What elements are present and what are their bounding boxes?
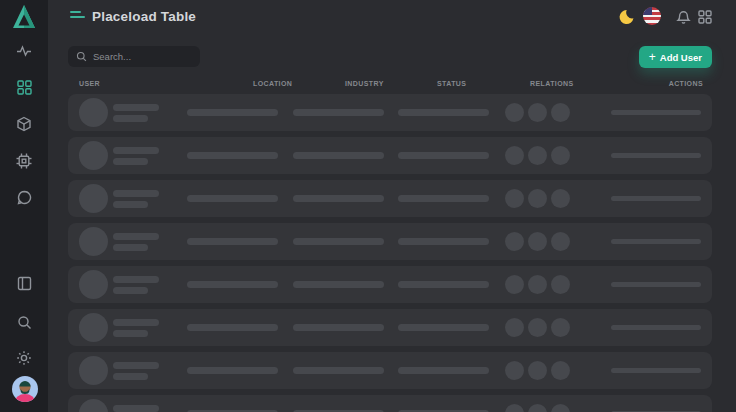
- table-row-skeleton: [68, 137, 712, 174]
- search-input[interactable]: [93, 51, 192, 62]
- cpu-chip-icon: [16, 153, 32, 169]
- sidebar-item-activity[interactable]: [0, 35, 48, 67]
- chat-bubble-icon: [17, 190, 32, 205]
- skeleton-location-bar: [187, 195, 278, 202]
- package-box-icon: [16, 116, 32, 132]
- sidebar-item-settings[interactable]: [0, 342, 48, 374]
- skeleton-actions-bar: [611, 368, 701, 373]
- skeleton-avatar: [79, 399, 108, 412]
- skeleton-status-bar: [398, 238, 489, 245]
- skeleton-relation-circle: [528, 275, 547, 294]
- skeleton-avatar: [79, 184, 108, 213]
- sidebar-item-messages[interactable]: [0, 181, 48, 213]
- skeleton-relation-circle: [528, 189, 547, 208]
- skeleton-status-bar: [398, 367, 489, 374]
- search-box[interactable]: [68, 46, 200, 67]
- column-header-actions: ACTIONS: [669, 80, 703, 87]
- gear-icon: [16, 350, 32, 366]
- app-logo[interactable]: [12, 4, 36, 30]
- skeleton-relation-circle: [505, 404, 524, 412]
- moon-icon: [618, 9, 634, 25]
- table-row-skeleton: [68, 94, 712, 131]
- add-user-button[interactable]: + Add User: [639, 46, 712, 68]
- sidebar-item-panels[interactable]: [0, 267, 48, 299]
- skeleton-industry-bar: [293, 324, 384, 331]
- skeleton-relation-circle: [551, 146, 570, 165]
- skeleton-name-line: [113, 276, 159, 283]
- skeleton-relation-circle: [551, 189, 570, 208]
- skeleton-industry-bar: [293, 152, 384, 159]
- skeleton-actions-bar: [611, 110, 701, 115]
- apps-launcher-button[interactable]: [696, 8, 714, 26]
- language-flag-button[interactable]: [643, 7, 661, 25]
- table-row-skeleton: [68, 180, 712, 217]
- column-header-relations: RELATIONS: [530, 80, 574, 87]
- skeleton-relation-circle: [505, 318, 524, 337]
- notifications-button[interactable]: [674, 8, 692, 26]
- profile-avatar[interactable]: [12, 376, 38, 402]
- table-row-skeleton: [68, 395, 712, 412]
- menu-toggle-button[interactable]: [70, 11, 85, 18]
- skeleton-subtitle-line: [113, 244, 148, 251]
- skeleton-actions-bar: [611, 153, 701, 158]
- skeleton-relation-circle: [551, 404, 570, 412]
- skeleton-subtitle-line: [113, 373, 148, 380]
- skeleton-avatar: [79, 356, 108, 385]
- main-area: Placeload Table + Add User: [48, 0, 736, 412]
- page-title: Placeload Table: [92, 9, 196, 24]
- skeleton-avatar: [79, 227, 108, 256]
- bell-icon: [676, 10, 691, 25]
- skeleton-relation-circle: [528, 146, 547, 165]
- skeleton-relation-circle: [505, 189, 524, 208]
- dashboard-grid-icon: [17, 80, 32, 95]
- column-header-industry: INDUSTRY: [345, 80, 384, 87]
- table-header: USER LOCATION INDUSTRY STATUS RELATIONS …: [68, 78, 712, 94]
- skeleton-subtitle-line: [113, 330, 148, 337]
- skeleton-actions-bar: [611, 196, 701, 201]
- skeleton-relation-circle: [505, 103, 524, 122]
- skeleton-status-bar: [398, 152, 489, 159]
- sidebar-item-dashboard[interactable]: [0, 71, 48, 103]
- sidebar-item-components[interactable]: [0, 145, 48, 177]
- skeleton-status-bar: [398, 195, 489, 202]
- skeleton-relation-circle: [551, 275, 570, 294]
- plus-icon: +: [649, 51, 656, 63]
- skeleton-status-bar: [398, 109, 489, 116]
- column-header-user: USER: [79, 80, 100, 87]
- skeleton-location-bar: [187, 109, 278, 116]
- skeleton-location-bar: [187, 324, 278, 331]
- sidebar: [0, 0, 48, 412]
- skeleton-status-bar: [398, 281, 489, 288]
- skeleton-actions-bar: [611, 239, 701, 244]
- sidebar-item-search[interactable]: [0, 306, 48, 338]
- skeleton-relation-circle: [505, 275, 524, 294]
- skeleton-status-bar: [398, 324, 489, 331]
- skeleton-relation-circle: [551, 318, 570, 337]
- user-avatar-illustration: [12, 376, 38, 402]
- skeleton-avatar: [79, 313, 108, 342]
- activity-icon: [16, 43, 32, 59]
- table-row-skeleton: [68, 223, 712, 260]
- skeleton-subtitle-line: [113, 115, 148, 122]
- apps-grid-icon: [698, 10, 712, 24]
- skeleton-name-line: [113, 405, 159, 412]
- dark-mode-toggle[interactable]: [617, 8, 635, 26]
- skeleton-industry-bar: [293, 195, 384, 202]
- skeleton-name-line: [113, 233, 159, 240]
- skeleton-relation-circle: [551, 103, 570, 122]
- skeleton-name-line: [113, 147, 159, 154]
- skeleton-relation-circle: [528, 404, 547, 412]
- skeleton-relation-circle: [528, 318, 547, 337]
- skeleton-name-line: [113, 319, 159, 326]
- skeleton-actions-bar: [611, 282, 701, 287]
- search-icon: [17, 315, 32, 330]
- skeleton-industry-bar: [293, 109, 384, 116]
- skeleton-location-bar: [187, 152, 278, 159]
- skeleton-avatar: [79, 270, 108, 299]
- column-header-status: STATUS: [437, 80, 466, 87]
- skeleton-avatar: [79, 141, 108, 170]
- skeleton-name-line: [113, 190, 159, 197]
- sidebar-item-products[interactable]: [0, 108, 48, 140]
- skeleton-location-bar: [187, 238, 278, 245]
- search-icon: [76, 51, 87, 62]
